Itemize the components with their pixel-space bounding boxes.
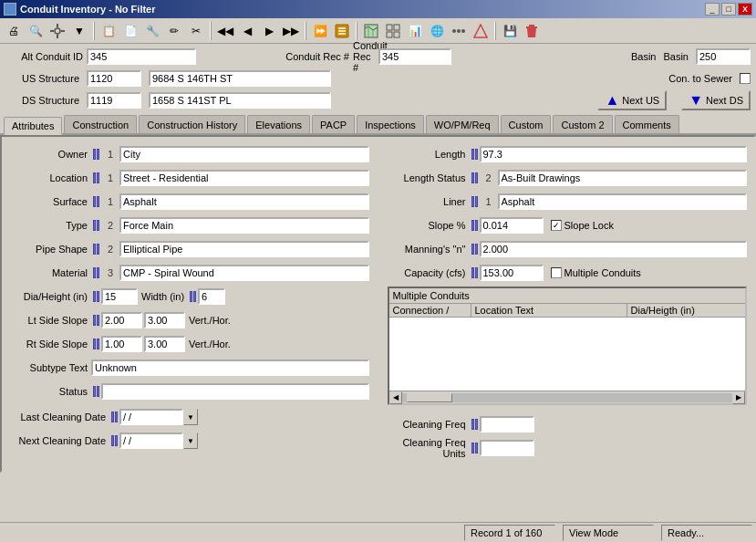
mc-scroll-right[interactable]: ▶ <box>732 391 745 404</box>
length-indicator <box>471 149 478 160</box>
toolbar-page[interactable]: 📄 <box>120 21 140 41</box>
next-cleaning-input[interactable] <box>119 433 183 449</box>
toolbar-btn5[interactable]: ⏩ <box>310 21 330 41</box>
svg-rect-2 <box>57 35 58 38</box>
mannings-indicator <box>471 244 478 255</box>
length-status-input[interactable] <box>498 170 748 186</box>
lt-slope-unit: Vert./Hor. <box>189 315 231 326</box>
toolbar-copy[interactable]: 📋 <box>98 21 119 41</box>
type-input[interactable] <box>119 217 369 234</box>
toolbar-tool[interactable]: 🔧 <box>142 21 162 41</box>
slope-lock-checkbox[interactable]: ✓ <box>551 220 562 231</box>
toolbar-prev[interactable]: ◀ <box>237 21 257 41</box>
cleaning-freq-label: Cleaning Freq <box>388 419 470 430</box>
type-indicator <box>93 220 99 231</box>
ds-structure-label: DS Structure <box>5 95 83 106</box>
lt-slope-input1[interactable] <box>101 312 142 328</box>
toolbar-search[interactable]: 🔍 <box>26 21 46 41</box>
cleaning-freq-input[interactable] <box>480 416 534 433</box>
up-arrow-icon: ▲ <box>605 92 619 109</box>
tab-custom2[interactable]: Custom 2 <box>553 115 612 133</box>
liner-input[interactable] <box>498 193 748 210</box>
mc-col-location: Location Text <box>471 304 627 317</box>
owner-input[interactable] <box>119 146 369 162</box>
dia-height-input[interactable] <box>101 288 138 305</box>
toolbar-delete[interactable] <box>522 21 542 41</box>
toolbar-print[interactable]: 🖨 <box>4 21 24 41</box>
toolbar-cut[interactable]: ✂ <box>186 21 206 41</box>
conduit-rec-input[interactable] <box>378 48 451 65</box>
tab-attributes[interactable]: Attributes <box>4 117 62 135</box>
toolbar-map[interactable] <box>361 21 381 41</box>
material-input[interactable] <box>119 265 369 281</box>
toolbar-btn6[interactable] <box>332 21 352 41</box>
tab-comments[interactable]: Comments <box>615 115 679 133</box>
ds-structure-input[interactable] <box>87 92 141 109</box>
next-ds-button[interactable]: ▼ Next DS <box>681 90 751 110</box>
status-bar: Record 1 of 160 View Mode Ready... <box>0 522 756 542</box>
location-input[interactable] <box>119 170 369 186</box>
mc-scroll-thumb[interactable] <box>407 393 452 402</box>
cleaning-freq-units-input[interactable] <box>480 440 534 456</box>
last-cleaning-dropdown[interactable]: ▼ <box>183 409 198 425</box>
basin-input[interactable] <box>696 48 751 65</box>
rt-slope-input2[interactable] <box>144 336 185 352</box>
toolbar-chart[interactable]: 📊 <box>405 21 425 41</box>
length-status-label: Length Status <box>388 172 470 183</box>
tab-construction[interactable]: Construction <box>64 115 137 133</box>
window-title: Conduit Inventory - No Filter <box>20 4 156 15</box>
last-cleaning-input[interactable] <box>119 409 183 425</box>
rt-slope-input1[interactable] <box>101 336 142 352</box>
surface-input[interactable] <box>119 193 369 210</box>
tab-pacp[interactable]: PACP <box>312 115 355 133</box>
tab-inspections[interactable]: Inspections <box>357 115 424 133</box>
ds-street-input[interactable] <box>149 92 331 109</box>
svg-rect-11 <box>394 25 399 30</box>
toolbar-save[interactable]: 💾 <box>500 21 520 41</box>
toolbar-filter-dropdown[interactable]: ▼ <box>69 21 89 41</box>
toolbar-globe[interactable]: 🌐 <box>427 21 447 41</box>
capacity-input[interactable] <box>480 265 544 281</box>
lt-slope-input2[interactable] <box>144 312 185 328</box>
tab-construction-history[interactable]: Construction History <box>139 115 245 133</box>
svg-rect-9 <box>365 25 378 37</box>
ready-indicator: Ready... <box>661 525 752 541</box>
status-input[interactable] <box>101 383 369 400</box>
slope-pct-input[interactable] <box>480 217 544 234</box>
toolbar-edit[interactable]: ✏ <box>164 21 184 41</box>
us-structure-label: US Structure <box>5 73 83 84</box>
mc-scroll-left[interactable]: ◀ <box>389 391 402 404</box>
mannings-input[interactable] <box>480 241 748 257</box>
close-button[interactable]: X <box>738 3 752 16</box>
toolbar-settings[interactable] <box>47 21 67 41</box>
con-to-sewer-checkbox[interactable] <box>740 73 751 84</box>
next-us-button[interactable]: ▲ Next US <box>597 90 667 110</box>
maximize-button[interactable]: □ <box>721 3 736 16</box>
toolbar-next[interactable]: ▶ <box>259 21 279 41</box>
width-input[interactable] <box>198 288 225 305</box>
tab-custom[interactable]: Custom <box>501 115 552 133</box>
toolbar-grid[interactable] <box>383 21 403 41</box>
us-structure-input[interactable] <box>87 70 141 87</box>
minimize-button[interactable]: _ <box>705 3 720 16</box>
us-street-input[interactable] <box>149 70 331 87</box>
alt-conduit-id-input[interactable] <box>87 48 196 65</box>
toolbar-last[interactable]: ▶▶ <box>281 21 301 41</box>
next-cleaning-dropdown[interactable]: ▼ <box>183 433 198 449</box>
toolbar-first[interactable]: ◀◀ <box>215 21 235 41</box>
pipe-shape-input[interactable] <box>119 241 369 257</box>
app-icon <box>4 3 16 16</box>
subtype-text-input[interactable] <box>91 360 369 376</box>
tab-wopmreq[interactable]: WO/PM/Req <box>426 115 499 133</box>
window-controls[interactable]: _ □ X <box>705 3 752 16</box>
svg-rect-19 <box>526 26 537 28</box>
capacity-label: Capacity (cfs) <box>388 267 470 278</box>
tab-elevations[interactable]: Elevations <box>247 115 310 133</box>
toolbar-more2[interactable] <box>471 21 491 41</box>
multiple-conduits-checkbox[interactable] <box>551 267 562 278</box>
mc-scroll-track[interactable] <box>402 393 733 402</box>
svg-point-14 <box>452 29 456 33</box>
length-input[interactable] <box>480 146 748 162</box>
con-to-sewer-label: Con. to Sewer <box>668 73 732 84</box>
toolbar-more1[interactable] <box>449 21 469 41</box>
